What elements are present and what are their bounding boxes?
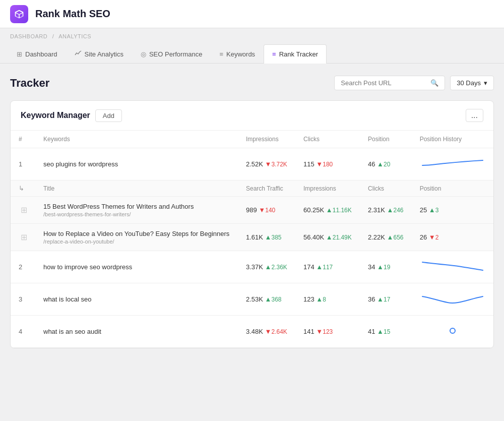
sub-header-clicks: Clicks xyxy=(360,181,412,197)
up-arrow-icon: ▲ xyxy=(377,160,384,168)
add-keyword-button[interactable]: Add xyxy=(95,109,122,122)
up-arrow-icon: ▲ xyxy=(377,295,384,303)
sub-header-search-traffic: Search Traffic xyxy=(238,181,295,197)
keyword-row[interactable]: 3what is local seo2.53K ▲368123 ▲836 ▲17 xyxy=(11,283,493,316)
value-cell: 115 ▼180 xyxy=(295,148,360,181)
site-analytics-icon xyxy=(75,50,82,58)
more-options-button[interactable]: ... xyxy=(466,109,483,122)
app-title: Rank Math SEO xyxy=(35,8,110,20)
table-header-row: # Keywords Impressions Clicks Position P… xyxy=(11,131,493,148)
sparkline-cell xyxy=(412,283,493,316)
row-number: 3 xyxy=(11,283,35,316)
down-arrow-icon: ▼ xyxy=(265,328,272,335)
col-header-clicks: Clicks xyxy=(295,131,360,148)
value-cell: 41 ▲15 xyxy=(360,316,412,348)
tab-seo-performance[interactable]: ◎ SEO Performance xyxy=(132,44,211,64)
keyword-manager-title: Keyword Manager xyxy=(21,111,90,120)
sub-header-impressions: Impressions xyxy=(295,181,360,197)
breadcrumb-dashboard[interactable]: DASHBOARD xyxy=(10,33,47,39)
tab-rank-tracker[interactable]: ≡ Rank Tracker xyxy=(264,44,327,64)
keyword-row[interactable]: 2how to improve seo wordpress3.37K ▲2.36… xyxy=(11,251,493,283)
days-selector[interactable]: 30 Days ▾ xyxy=(450,76,494,90)
up-arrow-icon: ▲ xyxy=(326,206,333,214)
chevron-down-icon: ▾ xyxy=(484,79,487,87)
sub-row[interactable]: ⊞15 Best WordPress Themes for Writers an… xyxy=(11,197,493,224)
down-arrow-icon: ▼ xyxy=(316,160,323,168)
col-header-num: # xyxy=(11,131,35,148)
value-cell: 141 ▼123 xyxy=(295,316,360,348)
keyword-text: how to improve seo wordpress xyxy=(35,251,238,283)
breadcrumb: DASHBOARD / ANALYTICS xyxy=(0,28,504,44)
return-arrow-icon: ↳ xyxy=(19,185,24,192)
keyword-row[interactable]: 4what is an seo audit3.48K ▼2.64K141 ▼12… xyxy=(11,316,493,348)
sub-header-row: ↳TitleSearch TrafficImpressionsClicksPos… xyxy=(11,181,493,197)
up-arrow-icon: ▲ xyxy=(265,295,272,303)
value-cell: 3.37K ▲2.36K xyxy=(238,251,295,283)
up-arrow-icon: ▲ xyxy=(265,233,272,241)
tracker-header: Tracker 🔍 30 Days ▾ xyxy=(10,76,494,90)
up-arrow-icon: ▲ xyxy=(316,295,323,303)
tracker-controls: 🔍 30 Days ▾ xyxy=(334,76,494,90)
breadcrumb-analytics[interactable]: ANALYTICS xyxy=(58,33,91,39)
seo-performance-icon: ◎ xyxy=(141,50,146,58)
post-title-cell: How to Replace a Video on YouTube? Easy … xyxy=(35,224,238,251)
value-cell: 60.25K ▲11.16K xyxy=(295,197,360,224)
down-arrow-icon: ▼ xyxy=(316,328,323,335)
down-arrow-icon: ▼ xyxy=(265,160,272,168)
post-url-text: /replace-a-video-on-youtube/ xyxy=(43,238,230,245)
keyword-text: seo plugins for wordpress xyxy=(35,148,238,181)
keyword-manager-card: Keyword Manager Add ... # Keywords Impre… xyxy=(10,100,494,348)
svg-point-0 xyxy=(450,328,455,333)
up-arrow-icon: ▲ xyxy=(326,233,333,241)
row-number: 1 xyxy=(11,148,35,181)
tab-seo-performance-label: SEO Performance xyxy=(149,50,203,58)
value-cell: 56.40K ▲21.49K xyxy=(295,224,360,251)
row-number: 4 xyxy=(11,316,35,348)
sub-row[interactable]: ⊞How to Replace a Video on YouTube? Easy… xyxy=(11,224,493,251)
value-cell: 2.31K ▲246 xyxy=(360,197,412,224)
main-content: Tracker 🔍 30 Days ▾ Keyword Manager Add … xyxy=(0,64,504,360)
tab-keywords[interactable]: ≡ Keywords xyxy=(211,44,264,64)
tab-site-analytics[interactable]: Site Analytics xyxy=(66,44,132,64)
search-post-url-input[interactable] xyxy=(341,79,427,87)
tab-site-analytics-label: Site Analytics xyxy=(85,50,123,58)
value-cell: 26 ▼2 xyxy=(412,224,493,251)
tabs-bar: ⊞ Dashboard Site Analytics ◎ SEO Perform… xyxy=(0,44,504,64)
value-cell: 2.22K ▲656 xyxy=(360,224,412,251)
col-header-position: Position xyxy=(360,131,412,148)
search-icon: 🔍 xyxy=(430,79,438,87)
search-post-url-box[interactable]: 🔍 xyxy=(334,76,445,90)
keyword-row[interactable]: 1seo plugins for wordpress2.52K ▼3.72K11… xyxy=(11,148,493,181)
col-header-impressions: Impressions xyxy=(238,131,295,148)
document-icon: ⊞ xyxy=(21,206,27,214)
sub-header-title: Title xyxy=(35,181,238,197)
value-cell: 123 ▲8 xyxy=(295,283,360,316)
keyword-text: what is an seo audit xyxy=(35,316,238,348)
up-arrow-icon: ▲ xyxy=(429,206,435,214)
tab-rank-tracker-label: Rank Tracker xyxy=(279,50,318,58)
tracker-title: Tracker xyxy=(10,77,49,90)
app-header: Rank Math SEO xyxy=(0,0,504,28)
days-label: 30 Days xyxy=(457,79,481,87)
up-arrow-icon: ▲ xyxy=(265,263,272,271)
keyword-text: what is local seo xyxy=(35,283,238,316)
post-url-text: /best-wordpress-themes-for-writers/ xyxy=(43,211,230,217)
up-arrow-icon: ▲ xyxy=(387,233,394,241)
col-header-keyword: Keywords xyxy=(35,131,238,148)
down-arrow-icon: ▼ xyxy=(259,206,265,214)
value-cell: 25 ▲3 xyxy=(412,197,493,224)
up-arrow-icon: ▲ xyxy=(316,263,323,271)
value-cell: 2.52K ▼3.72K xyxy=(238,148,295,181)
tab-dashboard[interactable]: ⊞ Dashboard xyxy=(8,44,66,64)
post-title-text: 15 Best WordPress Themes for Writers and… xyxy=(43,203,230,210)
tab-dashboard-label: Dashboard xyxy=(25,50,57,58)
km-header-left: Keyword Manager Add xyxy=(21,109,122,122)
app-logo xyxy=(10,5,28,23)
dashboard-icon: ⊞ xyxy=(17,50,22,58)
up-arrow-icon: ▲ xyxy=(377,263,384,271)
value-cell: 989 ▼140 xyxy=(238,197,295,224)
post-title-text: How to Replace a Video on YouTube? Easy … xyxy=(43,230,230,237)
up-arrow-icon: ▲ xyxy=(387,206,394,214)
value-cell: 46 ▲20 xyxy=(360,148,412,181)
sub-header-position: Position xyxy=(412,181,493,197)
